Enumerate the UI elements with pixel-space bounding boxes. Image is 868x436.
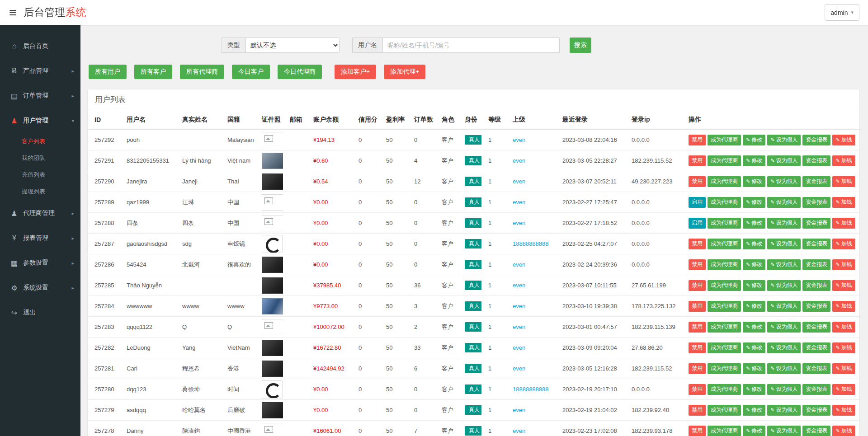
enable-button[interactable]: 启用 [689,218,706,229]
parent-link[interactable]: even [513,407,525,413]
edit-button[interactable]: ✎修改 [743,426,765,436]
add-money-button[interactable]: ✎加钱 [832,405,855,416]
edit-button[interactable]: ✎修改 [743,176,765,187]
edit-button[interactable]: ✎修改 [743,259,765,270]
edit-button[interactable]: ✎修改 [743,280,765,291]
parent-link[interactable]: even [513,282,525,289]
become-agent-button[interactable]: 成为代理商 [708,280,741,291]
all-agents-button[interactable]: 所有代理商 [180,65,224,79]
set-fake-button[interactable]: ✎设为假人 [767,426,801,436]
sidebar-item-user[interactable]: ♟用户管理▾ [0,109,80,132]
add-money-button[interactable]: ✎加钱 [832,280,855,291]
fund-report-button[interactable]: 资金报表 [802,363,830,374]
edit-button[interactable]: ✎修改 [743,405,765,416]
id-photo[interactable] [262,423,283,436]
sidebar-subitem-withdraw-list[interactable]: 提现列表 [0,183,80,200]
parent-link[interactable]: 18888888888 [513,386,549,393]
set-fake-button[interactable]: ✎设为假人 [767,176,801,187]
edit-button[interactable]: ✎修改 [743,135,765,145]
edit-button[interactable]: ✎修改 [743,155,765,166]
all-users-button[interactable]: 所有用户 [89,65,127,79]
sidebar-item-params[interactable]: ▦参数设置▸ [0,252,80,274]
become-agent-button[interactable]: 成为代理商 [708,259,741,270]
add-money-button[interactable]: ✎加钱 [832,155,855,166]
fund-report-button[interactable]: 资金报表 [802,342,830,353]
become-agent-button[interactable]: 成为代理商 [708,135,741,145]
disable-button[interactable]: 禁用 [689,322,706,333]
sidebar-subitem-customer-list[interactable]: 客户列表 [0,133,80,150]
parent-link[interactable]: even [513,427,525,434]
parent-link[interactable]: even [513,157,525,164]
fund-report-button[interactable]: 资金报表 [802,218,830,229]
today-customers-button[interactable]: 今日客户 [232,65,270,79]
fund-report-button[interactable]: 资金报表 [802,239,830,249]
edit-button[interactable]: ✎修改 [743,239,765,249]
add-money-button[interactable]: ✎加钱 [832,342,855,353]
sidebar-item-report[interactable]: ¥报表管理▸ [0,227,80,249]
edit-button[interactable]: ✎修改 [743,363,765,374]
add-agent-button[interactable]: 添加代理+ [384,65,425,79]
edit-button[interactable]: ✎修改 [743,218,765,229]
add-money-button[interactable]: ✎加钱 [832,259,855,270]
set-fake-button[interactable]: ✎设为假人 [767,405,801,416]
disable-button[interactable]: 禁用 [689,135,706,145]
fund-report-button[interactable]: 资金报表 [802,155,830,166]
sidebar-subitem-recharge-list[interactable]: 充值列表 [0,166,80,183]
id-photo[interactable] [262,153,283,169]
admin-dropdown[interactable]: admin ▾ [825,4,859,21]
set-fake-button[interactable]: ✎设为假人 [767,384,801,395]
add-customer-button[interactable]: 添加客户+ [335,65,376,79]
set-fake-button[interactable]: ✎设为假人 [767,322,801,333]
fund-report-button[interactable]: 资金报表 [802,426,830,436]
add-money-button[interactable]: ✎加钱 [832,322,855,333]
parent-link[interactable]: even [513,261,525,268]
set-fake-button[interactable]: ✎设为假人 [767,259,801,270]
all-customers-button[interactable]: 所有客户 [134,65,172,79]
become-agent-button[interactable]: 成为代理商 [708,405,741,416]
set-fake-button[interactable]: ✎设为假人 [767,342,801,353]
add-money-button[interactable]: ✎加钱 [832,301,855,312]
id-photo[interactable] [262,173,283,190]
sidebar-item-product[interactable]: Ƀ产品管理▸ [0,60,80,82]
disable-button[interactable]: 禁用 [689,239,706,249]
become-agent-button[interactable]: 成为代理商 [708,342,741,353]
disable-button[interactable]: 禁用 [689,363,706,374]
add-money-button[interactable]: ✎加钱 [832,218,855,229]
sidebar-item-order[interactable]: ▤订单管理▸ [0,84,80,107]
id-photo[interactable] [262,402,283,418]
add-money-button[interactable]: ✎加钱 [832,426,855,436]
hamburger-menu-icon[interactable]: ≡ [9,6,16,19]
add-money-button[interactable]: ✎加钱 [832,135,855,145]
disable-button[interactable]: 禁用 [689,426,706,436]
disable-button[interactable]: 禁用 [689,384,706,395]
set-fake-button[interactable]: ✎设为假人 [767,363,801,374]
search-button[interactable]: 搜索 [570,38,591,53]
set-fake-button[interactable]: ✎设为假人 [767,135,801,145]
edit-button[interactable]: ✎修改 [743,322,765,333]
become-agent-button[interactable]: 成为代理商 [708,426,741,436]
set-fake-button[interactable]: ✎设为假人 [767,218,801,229]
disable-button[interactable]: 禁用 [689,342,706,353]
fund-report-button[interactable]: 资金报表 [802,322,830,333]
become-agent-button[interactable]: 成为代理商 [708,322,741,333]
id-photo[interactable] [262,277,283,294]
add-money-button[interactable]: ✎加钱 [832,384,855,395]
parent-link[interactable]: 18888888888 [513,240,549,247]
set-fake-button[interactable]: ✎设为假人 [767,280,801,291]
id-photo[interactable] [262,194,283,211]
today-agents-button[interactable]: 今日代理商 [278,65,322,79]
parent-link[interactable]: even [513,199,525,206]
disable-button[interactable]: 禁用 [689,405,706,416]
become-agent-button[interactable]: 成为代理商 [708,384,741,395]
enable-button[interactable]: 启用 [689,197,706,208]
disable-button[interactable]: 禁用 [689,176,706,187]
sidebar-item-home[interactable]: ⌂后台首页 [0,35,80,57]
parent-link[interactable]: even [513,178,525,185]
fund-report-button[interactable]: 资金报表 [802,405,830,416]
sidebar-item-system[interactable]: ⚙系统设置▸ [0,277,80,299]
fund-report-button[interactable]: 资金报表 [802,280,830,291]
sidebar-item-agent[interactable]: ♟代理商管理▸ [0,202,80,225]
fund-report-button[interactable]: 资金报表 [802,176,830,187]
set-fake-button[interactable]: ✎设为假人 [767,197,801,208]
become-agent-button[interactable]: 成为代理商 [708,218,741,229]
